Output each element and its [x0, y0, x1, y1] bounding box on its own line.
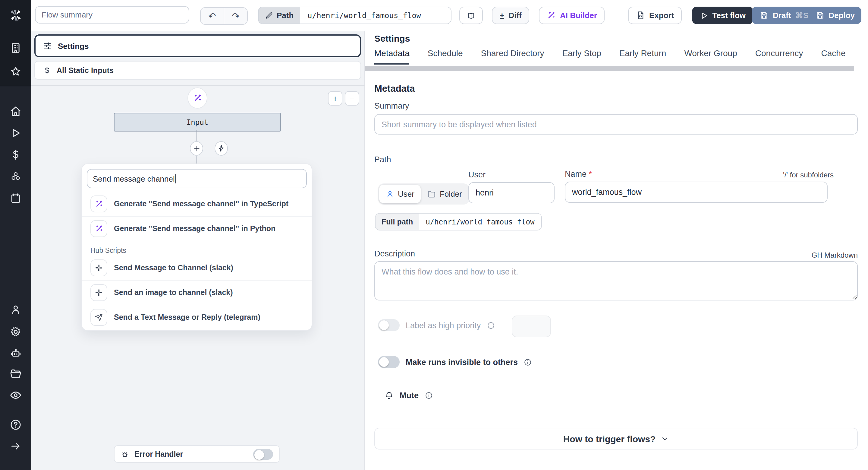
- owner-kind-folder[interactable]: Folder: [421, 185, 469, 203]
- hub-script-item[interactable]: Send an image to channel (slack): [87, 281, 307, 305]
- generate-typescript-item[interactable]: Generate "Send message channel" in TypeS…: [87, 192, 307, 216]
- generate-item-label: Generate "Send message channel" in TypeS…: [114, 200, 288, 208]
- user-icon[interactable]: [10, 304, 22, 316]
- flow-edge: [196, 130, 197, 142]
- favorites-star-icon[interactable]: [10, 66, 22, 77]
- all-static-inputs-card[interactable]: All Static Inputs: [34, 61, 361, 80]
- sliders-icon: [43, 41, 53, 51]
- resources-boxes-icon[interactable]: [10, 171, 22, 182]
- diff-icon: ±: [500, 10, 504, 20]
- bug-icon: [121, 450, 129, 458]
- info-icon[interactable]: [524, 358, 532, 366]
- redo-button[interactable]: ↷: [224, 8, 247, 24]
- how-to-trigger-flows-button[interactable]: How to trigger flows?: [374, 428, 858, 449]
- magic-wand-icon: [90, 220, 107, 237]
- ai-builder-button[interactable]: AI Builder: [539, 7, 605, 24]
- tab-schedule[interactable]: Schedule: [428, 48, 463, 64]
- trigger-bolt-icon: [218, 145, 225, 152]
- windmill-logo[interactable]: [8, 7, 24, 23]
- export-button[interactable]: Export: [628, 7, 682, 24]
- tab-worker-group[interactable]: Worker Group: [684, 48, 737, 64]
- settings-panel: Settings Metadata Schedule Shared Direct…: [365, 31, 868, 470]
- error-handler-bar[interactable]: Error Handler: [114, 445, 280, 463]
- help-icon[interactable]: [10, 419, 22, 431]
- error-handler-toggle[interactable]: [253, 448, 273, 460]
- text-caret: [176, 174, 176, 183]
- save-icon: [760, 11, 769, 20]
- variables-dollar-icon[interactable]: [10, 149, 22, 160]
- add-trigger-button[interactable]: [215, 141, 228, 156]
- zoom-out-button[interactable]: −: [345, 91, 359, 106]
- docs-book-button[interactable]: [459, 7, 483, 24]
- undo-button[interactable]: ↶: [201, 8, 224, 24]
- tab-early-return[interactable]: Early Return: [619, 48, 666, 64]
- priority-value-input[interactable]: [512, 316, 551, 337]
- high-priority-toggle[interactable]: [378, 319, 400, 331]
- path-control[interactable]: Path u/henri/world_famous_flow: [258, 7, 452, 24]
- user-field-label: User: [468, 170, 486, 179]
- schedules-calendar-icon[interactable]: [10, 193, 22, 204]
- runs-play-icon[interactable]: [10, 127, 22, 139]
- info-icon[interactable]: [487, 321, 495, 329]
- step-picker-dropdown: Send message channel Generate "Send mess…: [82, 164, 312, 331]
- name-input[interactable]: [565, 182, 828, 203]
- path-edit-segment[interactable]: Path: [258, 7, 300, 24]
- plus-icon: [193, 145, 200, 152]
- play-icon: [700, 11, 708, 20]
- flow-edge: [196, 156, 197, 164]
- settings-tabs: Metadata Schedule Shared Directory Early…: [374, 48, 845, 64]
- test-flow-button[interactable]: Test flow: [692, 7, 753, 24]
- tab-cache[interactable]: Cache: [821, 48, 846, 64]
- flow-settings-card[interactable]: Settings: [34, 34, 361, 57]
- hub-scripts-section-label: Hub Scripts: [87, 241, 307, 256]
- deploy-button[interactable]: Deploy: [809, 7, 861, 24]
- description-textarea[interactable]: [374, 261, 858, 300]
- hub-script-item[interactable]: Send Message to Channel (slack): [87, 256, 307, 280]
- flow-summary-input[interactable]: [35, 6, 189, 24]
- bell-icon: [384, 391, 394, 400]
- tab-shared-directory[interactable]: Shared Directory: [481, 48, 544, 64]
- audit-eye-icon[interactable]: [10, 389, 22, 401]
- owner-kind-folder-label: Folder: [440, 189, 462, 199]
- export-label: Export: [649, 11, 674, 20]
- description-label: Description: [374, 249, 415, 258]
- slack-icon: [90, 259, 107, 276]
- hub-script-item[interactable]: Send a Text Message or Reply (telegram): [87, 305, 307, 329]
- ai-flow-wand-button[interactable]: [187, 87, 207, 109]
- add-step-button[interactable]: [190, 141, 203, 156]
- subfolder-hint: '/' for subfolders: [783, 171, 834, 179]
- summary-input[interactable]: [374, 114, 858, 135]
- zoom-in-button[interactable]: +: [328, 91, 342, 106]
- tab-concurrency[interactable]: Concurrency: [755, 48, 803, 64]
- step-search-input[interactable]: Send message channel: [87, 169, 307, 188]
- path-value[interactable]: u/henri/world_famous_flow: [300, 7, 451, 24]
- flow-editor-panel: Settings All Static Inputs + − Input: [31, 31, 365, 470]
- workspace-building-icon[interactable]: [10, 42, 22, 54]
- draft-button[interactable]: Draft ⌘S: [752, 7, 816, 24]
- user-input[interactable]: [468, 182, 555, 203]
- error-handler-label: Error Handler: [134, 450, 248, 458]
- diff-button[interactable]: ± Diff: [492, 7, 530, 24]
- home-icon[interactable]: [10, 106, 22, 117]
- tab-early-stop[interactable]: Early Stop: [562, 48, 601, 64]
- invisible-runs-toggle[interactable]: [378, 356, 400, 368]
- tabs-scrollbar[interactable]: [365, 66, 854, 71]
- user-icon: [386, 190, 394, 198]
- test-flow-label: Test flow: [712, 11, 746, 20]
- input-node[interactable]: Input: [114, 113, 281, 131]
- app-window: ↶ ↷ Path u/henri/world_famous_flow ± Dif…: [0, 0, 868, 470]
- mute-label[interactable]: Mute: [400, 391, 418, 400]
- info-icon[interactable]: [425, 391, 433, 400]
- required-asterisk: *: [589, 170, 592, 179]
- workers-robot-icon[interactable]: [10, 348, 22, 359]
- flow-graph-canvas[interactable]: + − Input Send message channel: [31, 85, 365, 470]
- expand-arrow-icon[interactable]: [10, 440, 22, 452]
- book-icon: [467, 10, 475, 20]
- generate-python-item[interactable]: Generate "Send message channel" in Pytho…: [87, 216, 307, 241]
- owner-kind-user[interactable]: User: [379, 185, 421, 203]
- flow-settings-label: Settings: [58, 41, 89, 50]
- diff-label: Diff: [508, 11, 521, 20]
- folders-icon[interactable]: [10, 368, 22, 380]
- tab-metadata[interactable]: Metadata: [374, 48, 410, 64]
- settings-gear-icon[interactable]: [10, 326, 22, 338]
